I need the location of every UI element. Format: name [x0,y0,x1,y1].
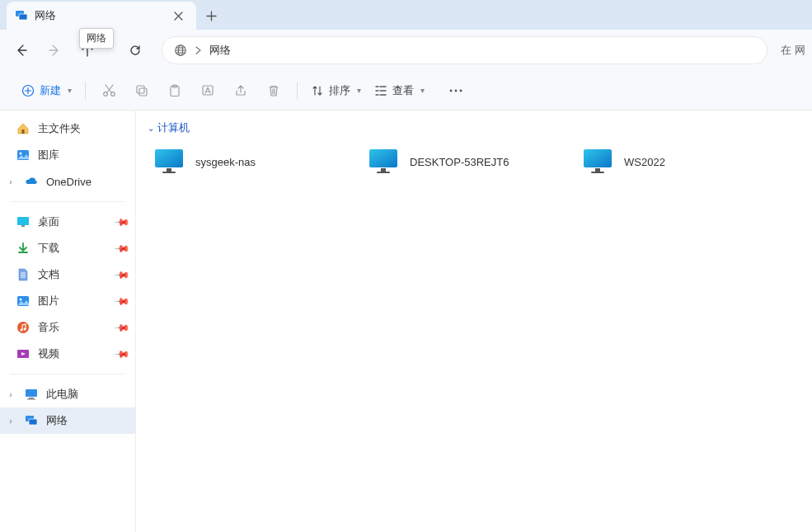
main-content: ⌄ 计算机 sysgeek-nas DESKTOP-53REJT6 WS2022 [136,111,812,532]
more-icon [449,89,462,92]
sidebar-item-label: 图库 [38,148,59,162]
chevron-down-icon: ⌄ [148,124,154,133]
more-button[interactable] [441,77,471,105]
tab-title: 网络 [35,8,56,23]
sidebar-item-videos[interactable]: 视频 📌 [0,341,135,367]
new-button[interactable]: 新建 ▾ [16,77,77,105]
tab-strip: 网络 网络 [0,0,812,30]
sidebar-item-pictures[interactable]: 图片 📌 [0,288,135,314]
computer-item[interactable]: DESKTOP-53REJT6 [362,142,568,181]
group-label: 计算机 [157,120,190,135]
view-icon [374,84,387,97]
sidebar-item-label: 图片 [38,294,59,308]
globe-icon [174,44,187,57]
computer-icon [367,145,400,178]
sidebar: 主文件夹 图库 › OneDrive 桌面 📌 下载 📌 文档 📌 [0,111,136,532]
svg-rect-19 [21,225,25,227]
sidebar-item-label: 下载 [38,241,59,256]
computer-name: WS2022 [624,156,665,168]
sidebar-item-network[interactable]: › 网络 [0,407,135,434]
trash-icon [267,84,280,97]
view-button[interactable]: 查看 ▾ [369,77,429,105]
sort-button-label: 排序 [329,83,350,98]
svg-rect-34 [369,149,397,167]
breadcrumb-location[interactable]: 网络 [209,43,231,58]
sidebar-item-label: 音乐 [38,320,59,335]
svg-point-23 [21,329,23,332]
svg-rect-26 [26,389,37,397]
address-bar[interactable]: 网络 [162,36,767,64]
sidebar-item-downloads[interactable]: 下载 📌 [0,235,135,261]
svg-point-24 [24,328,26,331]
svg-rect-37 [584,149,612,167]
svg-rect-36 [377,172,390,173]
pin-icon: 📌 [114,346,131,363]
svg-rect-27 [29,398,34,399]
computer-item[interactable]: sysgeek-nas [148,142,354,181]
rename-button[interactable] [193,77,223,105]
svg-rect-28 [27,399,35,400]
videos-icon [16,347,30,360]
copy-button[interactable] [127,77,157,105]
refresh-icon [129,44,142,57]
pictures-icon [16,294,30,308]
pin-icon: 📌 [114,214,131,231]
sidebar-item-gallery[interactable]: 图库 [0,142,135,168]
pin-icon: 📌 [114,319,131,337]
search-hint[interactable]: 在 网 [781,43,805,58]
chevron-right-icon[interactable]: › [5,177,16,186]
sidebar-item-label: 此电脑 [46,387,78,402]
sort-button[interactable]: 排序 ▾ [306,77,366,105]
new-tab-button[interactable] [196,2,226,30]
computer-name: sysgeek-nas [195,156,256,168]
breadcrumb-separator [195,46,201,54]
computer-name: DESKTOP-53REJT6 [410,156,509,168]
forward-button[interactable] [40,35,69,65]
address-bar-row: 网络 在 网 [0,30,812,71]
sidebar-item-music[interactable]: 音乐 📌 [0,314,135,341]
cut-icon [102,83,116,97]
tab-close-button[interactable] [168,6,188,26]
sidebar-item-label: 桌面 [38,214,59,229]
network-icon [15,9,28,22]
share-button[interactable] [226,77,256,105]
svg-rect-18 [17,217,29,225]
pin-icon: 📌 [114,293,131,310]
desktop-icon [16,215,30,228]
svg-rect-32 [167,168,171,172]
paste-button[interactable] [160,77,190,105]
sidebar-item-onedrive[interactable]: › OneDrive [0,168,135,195]
computer-item[interactable]: WS2022 [576,142,782,181]
view-button-label: 查看 [392,83,414,98]
plus-icon [206,11,217,21]
this-pc-icon [25,388,38,401]
group-header-computers[interactable]: ⌄ 计算机 [148,120,800,135]
items-grid: sysgeek-nas DESKTOP-53REJT6 WS2022 [148,142,800,181]
close-icon [174,12,183,21]
tab-network[interactable]: 网络 网络 [7,2,196,30]
share-icon [234,84,247,97]
back-button[interactable] [7,35,36,65]
delete-button[interactable] [259,77,289,105]
sidebar-item-home[interactable]: 主文件夹 [0,115,135,142]
toolbar-separator [85,82,86,100]
sidebar-item-label: 主文件夹 [38,121,81,136]
sidebar-separator [10,201,125,202]
svg-rect-38 [595,168,600,172]
sidebar-item-desktop[interactable]: 桌面 📌 [0,209,135,235]
chevron-right-icon [195,46,201,54]
chevron-right-icon[interactable]: › [5,417,16,426]
cut-button[interactable] [94,77,124,105]
sidebar-item-this-pc[interactable]: › 此电脑 [0,381,135,407]
sidebar-separator [10,374,125,374]
tab-tooltip: 网络 [79,28,114,49]
pin-icon: 📌 [114,266,131,284]
sidebar-item-documents[interactable]: 文档 📌 [0,261,135,288]
svg-point-14 [460,89,462,92]
chevron-right-icon[interactable]: › [5,390,16,399]
arrow-right-icon [48,44,61,57]
arrow-left-icon [15,44,28,57]
refresh-button[interactable] [120,35,150,65]
computer-icon [581,145,614,178]
home-icon [16,122,30,135]
